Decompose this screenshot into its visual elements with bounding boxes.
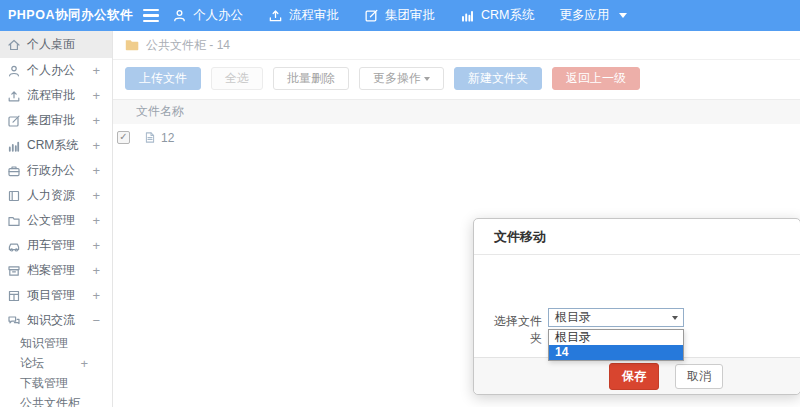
- sidebar-item[interactable]: 个人办公 +: [0, 58, 112, 83]
- archive-icon: [7, 264, 21, 278]
- sidebar-subitem-label: 公共文件柜: [20, 395, 80, 407]
- sidebar-item-label: 个人办公: [27, 62, 75, 79]
- dropdown-option[interactable]: 根目录: [549, 330, 683, 345]
- chart-icon: [7, 139, 21, 153]
- sidebar-subitem[interactable]: 公共文件柜: [0, 393, 112, 407]
- sidebar-item[interactable]: 人力资源 +: [0, 183, 112, 208]
- folder-select-value: 根目录: [555, 309, 591, 326]
- expand-toggle-icon[interactable]: +: [92, 88, 100, 103]
- app-window: PHPOA协同办公软件 个人办公 流程审批 集团审批: [0, 0, 800, 407]
- expand-toggle-icon[interactable]: +: [92, 213, 100, 228]
- batch-delete-button[interactable]: 批量删除: [273, 67, 349, 90]
- expand-toggle-icon[interactable]: +: [92, 63, 100, 78]
- sidebar-item[interactable]: CRM系统 +: [0, 133, 112, 158]
- chevron-down-icon: [424, 77, 430, 81]
- row-checkbox[interactable]: [117, 131, 130, 144]
- sidebar-subitem[interactable]: 知识管理: [0, 333, 112, 353]
- new-folder-button[interactable]: 新建文件夹: [454, 67, 542, 90]
- edit-icon: [7, 114, 21, 128]
- expand-toggle-icon[interactable]: +: [92, 113, 100, 128]
- select-folder-label: 选择文件夹: [494, 313, 542, 347]
- table-row[interactable]: 12: [113, 124, 800, 151]
- upload-icon: [7, 89, 21, 103]
- user-icon: [7, 64, 21, 78]
- sidebar-item-label: 档案管理: [27, 262, 75, 279]
- sidebar-subitem[interactable]: 论坛 +: [0, 353, 112, 373]
- folder-select-dropdown: 根目录 14: [548, 329, 684, 361]
- expand-toggle-icon[interactable]: +: [92, 163, 100, 178]
- sidebar-item[interactable]: 知识交流 −: [0, 308, 112, 333]
- home-icon: [7, 38, 21, 52]
- file-name: 12: [161, 131, 174, 145]
- chevron-down-icon: [619, 13, 627, 18]
- sidebar-item[interactable]: 行政办公 +: [0, 158, 112, 183]
- upload-file-button[interactable]: 上传文件: [125, 67, 201, 90]
- expand-toggle-icon[interactable]: +: [92, 188, 100, 203]
- topnav-item[interactable]: CRM系统: [460, 7, 534, 24]
- sidebar-item-label: 人力资源: [27, 187, 75, 204]
- folder-outline-icon: [7, 214, 21, 228]
- upload-icon: [268, 8, 283, 23]
- dialog-footer: 保存 取消: [474, 357, 800, 394]
- topnav-item[interactable]: 集团审批: [364, 7, 435, 24]
- sidebar-item-label: 用车管理: [27, 237, 75, 254]
- car-icon: [7, 239, 21, 253]
- sidebar-subitem-label: 知识管理: [20, 335, 68, 352]
- chat-icon: [7, 314, 21, 328]
- book-icon: [7, 189, 21, 203]
- file-icon: [144, 131, 156, 144]
- sidebar: 个人桌面 个人办公 + 流程审批 + 集团审批: [0, 31, 113, 407]
- sidebar-item[interactable]: 项目管理 +: [0, 283, 112, 308]
- sidebar-item-label: 流程审批: [27, 87, 75, 104]
- user-icon: [172, 8, 187, 23]
- topnav-item-label: 集团审批: [385, 7, 435, 24]
- go-back-button[interactable]: 返回上一级: [552, 67, 640, 90]
- folder-select[interactable]: 根目录: [548, 308, 684, 327]
- topnav-item-label: 流程审批: [289, 7, 339, 24]
- sidebar-item-label: 个人桌面: [27, 36, 75, 53]
- sidebar-item-label: 集团审批: [27, 112, 75, 129]
- sidebar-item-label: 知识交流: [27, 312, 75, 329]
- breadcrumb-text: 公共文件柜 - 14: [146, 37, 230, 54]
- sidebar-item-label: CRM系统: [27, 137, 78, 154]
- expand-toggle-icon[interactable]: +: [92, 238, 100, 253]
- sidebar-item[interactable]: 档案管理 +: [0, 258, 112, 283]
- sidebar-subitem[interactable]: 下载管理: [0, 373, 112, 393]
- save-button[interactable]: 保存: [609, 363, 659, 390]
- cancel-button[interactable]: 取消: [675, 364, 723, 389]
- sidebar-item[interactable]: 集团审批 +: [0, 108, 112, 133]
- dropdown-option[interactable]: 14: [549, 345, 683, 360]
- more-actions-button[interactable]: 更多操作: [359, 67, 444, 90]
- breadcrumb: 公共文件柜 - 14: [113, 31, 800, 60]
- topnav-item[interactable]: 更多应用: [559, 7, 627, 24]
- expand-toggle-icon[interactable]: +: [92, 138, 100, 153]
- folder-icon: [125, 39, 139, 51]
- sidebar-subitem-label: 下载管理: [20, 375, 68, 392]
- select-all-button[interactable]: 全选: [211, 67, 263, 90]
- sidebar-item[interactable]: 流程审批 +: [0, 83, 112, 108]
- hamburger-menu-icon[interactable]: [143, 9, 159, 22]
- topnav-item-label: 更多应用: [559, 7, 609, 24]
- expand-toggle-icon[interactable]: −: [92, 313, 100, 328]
- topnav-item[interactable]: 流程审批: [268, 7, 339, 24]
- expand-toggle-icon[interactable]: +: [80, 356, 88, 371]
- expand-toggle-icon[interactable]: +: [92, 263, 100, 278]
- topnav-item-label: CRM系统: [481, 7, 534, 24]
- toolbar: 上传文件 全选 批量删除 更多操作 新建文件夹 返回上一级: [113, 60, 800, 90]
- file-table-header: 文件名称: [113, 99, 800, 124]
- expand-toggle-icon[interactable]: +: [92, 288, 100, 303]
- chart-icon: [460, 8, 475, 23]
- edit-icon: [364, 8, 379, 23]
- chevron-down-icon: [672, 316, 678, 320]
- sidebar-item-label: 公文管理: [27, 212, 75, 229]
- topnav-item-label: 个人办公: [193, 7, 243, 24]
- sidebar-item[interactable]: 个人桌面: [0, 31, 112, 58]
- app-logo: PHPOA协同办公软件: [8, 0, 133, 31]
- topnav-item[interactable]: 个人办公: [172, 7, 243, 24]
- dialog-body: 选择文件夹 根目录 根目录 14: [474, 255, 800, 357]
- file-move-dialog: 文件移动 选择文件夹 根目录 根目录 14 保存 取消: [473, 218, 800, 395]
- dialog-title: 文件移动: [474, 219, 800, 255]
- topbar: PHPOA协同办公软件 个人办公 流程审批 集团审批: [0, 0, 800, 31]
- sidebar-item[interactable]: 用车管理 +: [0, 233, 112, 258]
- sidebar-item[interactable]: 公文管理 +: [0, 208, 112, 233]
